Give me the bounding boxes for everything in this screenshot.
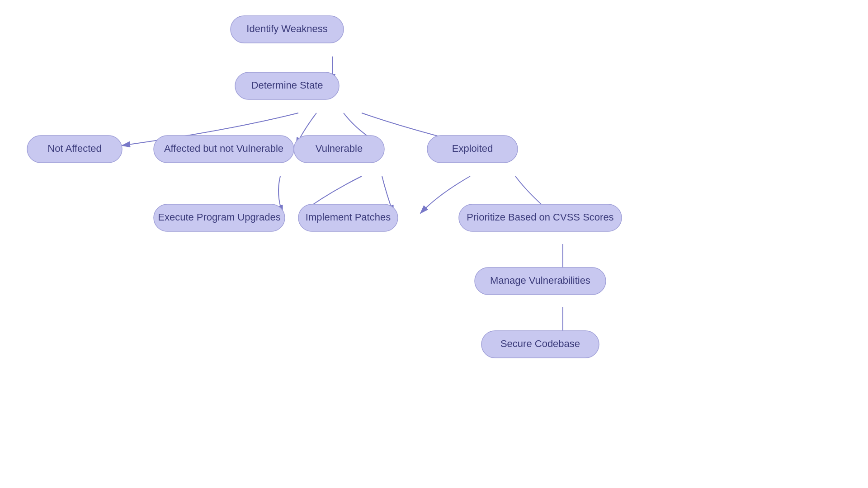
node-notaffected-label: Not Affected	[47, 143, 101, 154]
node-identify-label: Identify Weakness	[246, 23, 327, 34]
edge-exploited-patches	[420, 176, 470, 213]
node-affected-label: Affected but not Vulnerable	[164, 143, 283, 154]
node-exploited-label: Exploited	[452, 143, 493, 154]
node-prioritize-label: Prioritize Based on CVSS Scores	[467, 211, 613, 223]
node-patches-label: Implement Patches	[306, 211, 391, 223]
flow-diagram: Identify Weakness Determine State Not Af…	[0, 0, 868, 488]
node-secure-label: Secure Codebase	[500, 338, 580, 349]
node-determine-label: Determine State	[251, 80, 323, 91]
node-vulnerable-label: Vulnerable	[316, 143, 363, 154]
node-execute-label: Execute Program Upgrades	[158, 211, 280, 223]
node-manage-label: Manage Vulnerabilities	[490, 275, 590, 286]
